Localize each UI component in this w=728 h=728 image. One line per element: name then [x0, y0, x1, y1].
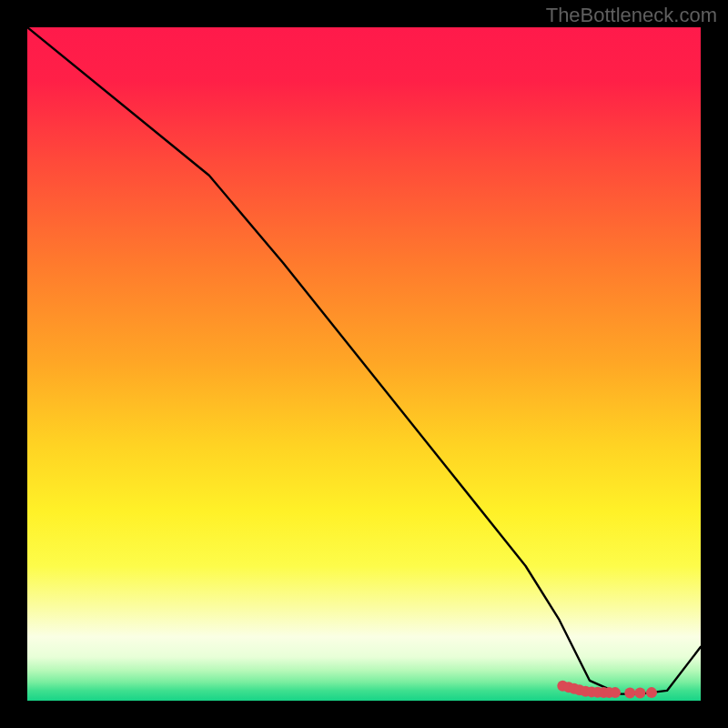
data-marker [624, 687, 635, 698]
data-marker [634, 687, 645, 698]
plot-area [27, 27, 701, 701]
chart-svg [27, 27, 701, 701]
watermark-text: TheBottleneck.com [546, 4, 717, 27]
data-marker [646, 687, 657, 698]
data-marker [610, 687, 621, 698]
chart-container: TheBottleneck.com [0, 0, 728, 728]
